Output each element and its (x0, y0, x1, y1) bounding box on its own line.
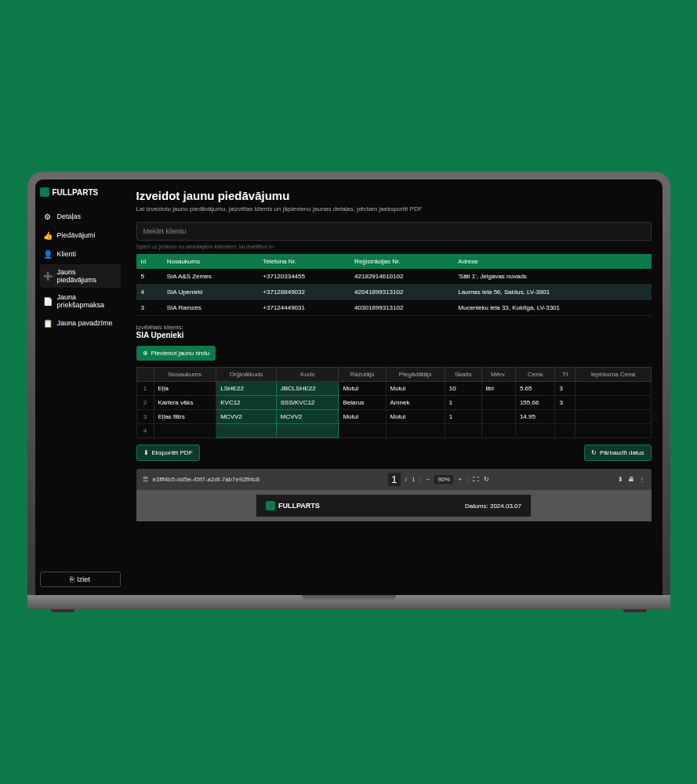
nav-item-5[interactable]: 📋Jauna pavadzīme (40, 314, 121, 332)
products-col: Nosaukums (154, 368, 216, 382)
pdf-brand: FULLPARTS (266, 501, 320, 510)
nav-item-4[interactable]: 📄Jauna priekšapmaksa (40, 289, 121, 313)
pdf-page-separator: / (405, 476, 407, 483)
brand-name: FULLPARTS (53, 188, 99, 197)
products-table: NosaukumsOrģinālkodsKodsRažotājsPiegādāt… (136, 367, 652, 438)
app-logo: FULLPARTS (40, 187, 121, 197)
zoom-out-icon[interactable]: − (426, 476, 430, 483)
pdf-logo-icon (266, 501, 275, 510)
menu-icon[interactable]: ☰ (143, 476, 148, 483)
nav-label: Detaļas (57, 212, 82, 220)
product-row[interactable]: 2Kartera vāksKVC12SSS/KVC12BelarusAmnek1… (136, 396, 651, 410)
add-row-button[interactable]: ⊕ Pievienot jaunu rindu (136, 346, 216, 361)
search-input[interactable]: Meklēt klientu (136, 222, 652, 241)
plus-icon: ⊕ (143, 350, 148, 357)
laptop-frame: FULLPARTS ⚙Detaļas👍Piedāvājumi👤Klienti➕J… (27, 172, 670, 612)
products-col: Cena (515, 368, 555, 382)
logout-icon: ⎘ (70, 575, 74, 583)
col-id: Id (136, 254, 162, 269)
products-col: Piegādātājs (386, 368, 445, 382)
export-label: Eksportēt PDF (152, 449, 193, 456)
pdf-page-input[interactable] (388, 473, 401, 486)
product-row[interactable]: 3Eļļas filtrsMCVV2MCVV2MotulMotul114.95 (136, 410, 651, 424)
nav-item-1[interactable]: 👍Piedāvājumi (40, 227, 121, 244)
pdf-divider-2: | (466, 476, 468, 483)
nav-item-3[interactable]: ➕Jauns piedāvājums (40, 264, 121, 288)
app-screen: FULLPARTS ⚙Detaļas👍Piedāvājumi👤Klienti➕J… (35, 180, 663, 595)
pdf-viewer: ☰ e3fff4b5-dd5e-45f7-a2df-7ab7e92ff4c8 /… (136, 469, 652, 521)
nav-icon: ➕ (43, 271, 53, 281)
products-col: Iepirkuma Cena (575, 368, 651, 382)
print-icon[interactable]: 🖶 (628, 476, 634, 483)
refresh-icon: ↻ (591, 449, 597, 456)
check-data-button[interactable]: ↻ Pārbaudīt datus (584, 445, 651, 461)
nav-item-2[interactable]: 👤Klienti (40, 245, 121, 263)
col-reg: Reģistrācijas Nr. (350, 254, 453, 269)
selected-client-label: Izvēlētais klients: (136, 324, 652, 331)
nav-icon: 👤 (43, 249, 53, 259)
pdf-filename: e3fff4b5-dd5e-45f7-a2df-7ab7e92ff4c8 (153, 476, 260, 483)
product-row[interactable]: 4 (136, 424, 651, 438)
sidebar: FULLPARTS ⚙Detaļas👍Piedāvājumi👤Klienti➕J… (35, 180, 125, 595)
nav-label: Jauns piedāvājums (57, 268, 118, 284)
laptop-feet (27, 609, 670, 612)
page-title: Izveidot jaunu piedāvājumu (136, 189, 652, 202)
client-row[interactable]: 4SIA Upenieki+3712884903242041899313102L… (136, 285, 652, 300)
download-icon: ⬇ (143, 449, 149, 456)
col-name: Nosaukums (162, 254, 259, 269)
client-row[interactable]: 5SIA A&S Zemes+3712033445542182914610102… (136, 269, 652, 285)
nav-list: ⚙Detaļas👍Piedāvājumi👤Klienti➕Jauns piedā… (40, 208, 121, 333)
pdf-page: FULLPARTS Datums: 2024.03.07 (136, 490, 652, 521)
nav-item-0[interactable]: ⚙Detaļas (40, 208, 121, 225)
fit-page-icon[interactable]: ⛶ (473, 476, 479, 483)
nav-label: Jauna pavadzīme (57, 319, 113, 327)
pdf-toolbar: ☰ e3fff4b5-dd5e-45f7-a2df-7ab7e92ff4c8 /… (136, 469, 652, 490)
page-subtitle: Lai izveidotu jaunu piedāvājumu, jaizvēl… (136, 205, 652, 212)
products-col (136, 368, 154, 382)
nav-icon: ⚙ (43, 212, 53, 221)
search-hint: Spied uz jebkuru no atrastajiem klientie… (136, 244, 652, 249)
logout-button[interactable]: ⎘ Iziet (40, 572, 121, 587)
clients-table: Id Nosaukums Telefona Nr. Reģistrācijas … (136, 254, 652, 316)
selected-client-name: SIA Upenieki (136, 331, 652, 339)
pdf-document-header: FULLPARTS Datums: 2024.03.07 (256, 495, 531, 517)
download-pdf-icon[interactable]: ⬇ (618, 476, 623, 483)
col-addr: Adrese (453, 254, 651, 269)
products-col: Ražotājs (339, 368, 386, 382)
nav-icon: 📋 (43, 318, 53, 328)
laptop-base (27, 595, 670, 609)
products-col: Skaits (445, 368, 481, 382)
nav-label: Klienti (57, 250, 77, 258)
nav-label: Piedāvājumi (57, 231, 96, 239)
laptop-notch (302, 595, 396, 601)
nav-label: Jauna priekšapmaksa (57, 293, 118, 309)
product-row[interactable]: 1EļļaLSHE22JBCLSHE22MotulMotul10litri5.6… (136, 382, 651, 396)
more-icon[interactable]: ⋮ (639, 476, 645, 483)
products-col: Mērv. (481, 368, 515, 382)
pdf-date: Datums: 2024.03.07 (465, 503, 521, 510)
logout-label: Iziet (77, 575, 90, 583)
pdf-divider: | (419, 476, 421, 483)
main-content: Izveidot jaunu piedāvājumu Lai izveidotu… (125, 180, 663, 595)
add-row-label: Pievienot jaunu rindu (151, 350, 210, 357)
products-col: Tt (555, 368, 575, 382)
check-label: Pārbaudīt datus (600, 449, 644, 456)
nav-icon: 👍 (43, 230, 53, 240)
pdf-page-total: 1 (412, 476, 415, 483)
products-col: Orģinālkods (216, 368, 277, 382)
export-pdf-button[interactable]: ⬇ Eksportēt PDF (136, 445, 200, 461)
col-phone: Telefona Nr. (258, 254, 350, 269)
products-col: Kods (276, 368, 339, 382)
zoom-in-icon[interactable]: + (458, 476, 462, 483)
client-row[interactable]: 3SIA Ramzes+3712444903140301899313102Muc… (136, 300, 652, 316)
action-bar: ⬇ Eksportēt PDF ↻ Pārbaudīt datus (136, 445, 652, 461)
screen-bezel: FULLPARTS ⚙Detaļas👍Piedāvājumi👤Klienti➕J… (27, 172, 670, 595)
nav-icon: 📄 (43, 296, 53, 306)
rotate-icon[interactable]: ↻ (484, 476, 489, 483)
pdf-zoom: 90% (434, 475, 453, 484)
logo-icon (40, 187, 49, 197)
